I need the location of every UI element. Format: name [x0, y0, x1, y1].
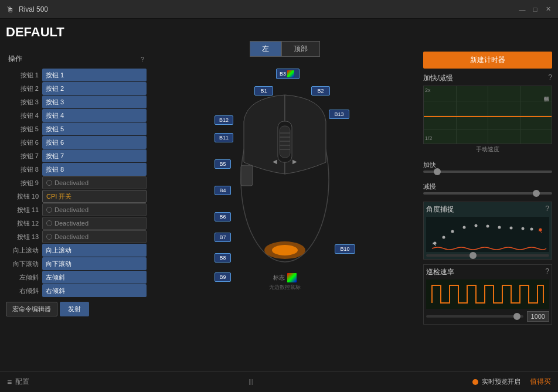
svg-point-10 — [272, 245, 298, 255]
right-logo: 值得买 — [530, 377, 551, 387]
mouse-btn-b3[interactable]: B3 — [276, 69, 300, 79]
status-left: ≡ 配置 — [7, 377, 29, 387]
angle-help-icon: ? — [545, 204, 549, 214]
list-item: 按钮 13 Deactivated — [6, 230, 147, 243]
svg-text:▶: ▶ — [292, 158, 297, 165]
mouse-btn-b12[interactable]: B12 — [215, 115, 233, 125]
btn-action-10[interactable]: CPI 开关 — [42, 190, 147, 203]
deactivated-icon — [46, 234, 52, 240]
list-item: 按钮 2 按钮 2 — [6, 82, 147, 95]
list-item: 向下滚动 向下滚动 — [6, 257, 147, 270]
mouse-diagram: ◀ ▶ B11 B1 B3 B2 B13 B12 B5 B4 B6 B7 B8 … — [215, 63, 355, 279]
minimize-button[interactable]: — — [518, 5, 526, 13]
btn-label: 按钮 4 — [6, 111, 41, 120]
btn-action-11[interactable]: Deactivated — [42, 203, 147, 216]
left-panel: 操作 ? 按钮 1 按钮 1 按钮 2 按钮 2 按钮 3 按钮 3 按钮 4 … — [6, 53, 147, 376]
svg-text:◀: ◀ — [273, 158, 277, 165]
app-title: Rival 500 — [19, 5, 48, 13]
mouse-btn-b8[interactable]: B8 — [215, 253, 231, 263]
panel-header: 操作 ? — [6, 53, 147, 65]
app-icon: 🖱 — [6, 5, 14, 14]
btn-label: 按钮 2 — [6, 84, 41, 93]
btn-action-4[interactable]: 按钮 4 — [42, 109, 147, 122]
ripple-title-text: 巡检速率 — [426, 267, 454, 277]
button-list: 按钮 1 按钮 1 按钮 2 按钮 2 按钮 3 按钮 3 按钮 4 按钮 4 … — [6, 69, 147, 297]
close-button[interactable]: ✕ — [544, 5, 552, 13]
btn-action-tilt-left[interactable]: 左倾斜 — [42, 271, 147, 284]
list-item: 按钮 5 按钮 5 — [6, 122, 147, 135]
btn-action-1[interactable]: 按钮 1 — [42, 69, 147, 81]
accel-slider-thumb[interactable] — [434, 168, 441, 175]
bottom-buttons: 宏命令编辑器 发射 — [6, 302, 147, 316]
svg-point-17 — [463, 226, 466, 229]
btn-action-5[interactable]: 按钮 5 — [42, 122, 147, 135]
macro-editor-button[interactable]: 宏命令编辑器 — [6, 302, 57, 316]
accel-slider-track[interactable] — [423, 171, 552, 173]
mouse-svg: ◀ ▶ — [215, 63, 355, 279]
tab-left[interactable]: 左 — [250, 41, 281, 57]
ripple-slider-thumb[interactable] — [513, 313, 520, 320]
angle-slider-track[interactable] — [426, 254, 549, 257]
list-item: 按钮 10 CPI 开关 — [6, 190, 147, 203]
tab-top[interactable]: 顶部 — [281, 41, 320, 57]
grid-v3 — [520, 86, 520, 144]
new-timer-button[interactable]: 新建计时器 — [423, 52, 552, 69]
btn-action-tilt-right[interactable]: 右倾斜 — [42, 284, 147, 297]
svg-point-20 — [498, 226, 501, 229]
list-item: 左倾斜 左倾斜 — [6, 271, 147, 284]
main-content: 操作 ? 按钮 1 按钮 1 按钮 2 按钮 2 按钮 3 按钮 3 按钮 4 … — [0, 29, 558, 381]
btn-label: 按钮 9 — [6, 179, 41, 188]
btn-action-6[interactable]: 按钮 6 — [42, 136, 147, 149]
fire-button[interactable]: 发射 — [60, 302, 89, 316]
status-bar: ≡ 配置 ||| 实时预览开启 值得买 — [0, 371, 558, 392]
btn-action-2[interactable]: 按钮 2 — [42, 82, 147, 95]
btn-label: 按钮 12 — [6, 219, 41, 228]
svg-point-15 — [443, 236, 445, 239]
scroll-label: 无边数控鼠标 — [269, 284, 301, 291]
angle-curve-svg: ↖ ↖ — [426, 217, 549, 252]
progress-bars: ||| — [249, 379, 253, 385]
btn-action-7[interactable]: 按钮 7 — [42, 149, 147, 162]
mouse-btn-b10[interactable]: B10 — [335, 244, 355, 254]
mouse-btn-b1[interactable]: B1 — [254, 86, 273, 96]
decel-slider-thumb[interactable] — [533, 190, 540, 197]
btn-action-9[interactable]: Deactivated — [42, 176, 147, 189]
title-bar-left: 🖱 Rival 500 — [6, 5, 48, 14]
status-right: 实时预览开启 值得买 — [472, 377, 551, 387]
mouse-btn-b4[interactable]: B4 — [215, 186, 231, 195]
btn-label: 按钮 11 — [6, 206, 41, 214]
speed-label: 手动速度 — [423, 145, 552, 154]
btn-action-13[interactable]: Deactivated — [42, 230, 147, 243]
mouse-btn-b11[interactable]: B11 — [215, 133, 233, 142]
angle-slider-thumb[interactable] — [469, 252, 477, 259]
mouse-btn-b9[interactable]: B9 — [215, 272, 231, 282]
grid-v1 — [456, 86, 457, 144]
title-bar-controls: — □ ✕ — [518, 5, 552, 13]
mouse-btn-b5[interactable]: B5 — [215, 159, 231, 169]
angle-section: 角度捕捉 ? — [423, 202, 552, 260]
mouse-btn-b2[interactable]: B2 — [311, 86, 330, 96]
decel-slider-track[interactable] — [423, 192, 552, 195]
svg-rect-13 — [429, 217, 546, 252]
btn-action-8[interactable]: 按钮 8 — [42, 163, 147, 176]
accel-y-top: 2x — [425, 87, 431, 93]
list-item: 按钮 4 按钮 4 — [6, 109, 147, 122]
btn-label: 按钮 5 — [6, 125, 41, 134]
maximize-button[interactable]: □ — [531, 5, 539, 13]
right-panel: 新建计时器 加快/减慢 ? 2x 1/2 触屏幅 手动速度 — [423, 35, 552, 376]
btn-action-3[interactable]: 按钮 3 — [42, 96, 147, 108]
decel-slider-row: 减慢 — [423, 182, 552, 195]
btn-label: 按钮 6 — [6, 138, 41, 147]
svg-point-23 — [530, 228, 533, 231]
mouse-btn-b6[interactable]: B6 — [215, 212, 231, 221]
btn-label: 左倾斜 — [6, 273, 41, 282]
config-label: 配置 — [15, 377, 29, 387]
btn-action-12[interactable]: Deactivated — [42, 217, 147, 230]
accel-slider-label: 加快 — [423, 161, 552, 169]
btn-action-scroll-down[interactable]: 向下滚动 — [42, 257, 147, 270]
view-tabs: 左 顶部 — [250, 41, 320, 57]
btn-action-scroll-up[interactable]: 向上滚动 — [42, 244, 147, 257]
mouse-btn-b13[interactable]: B13 — [329, 110, 349, 119]
mouse-btn-b7[interactable]: B7 — [215, 233, 231, 242]
ripple-slider-track[interactable] — [426, 315, 523, 318]
